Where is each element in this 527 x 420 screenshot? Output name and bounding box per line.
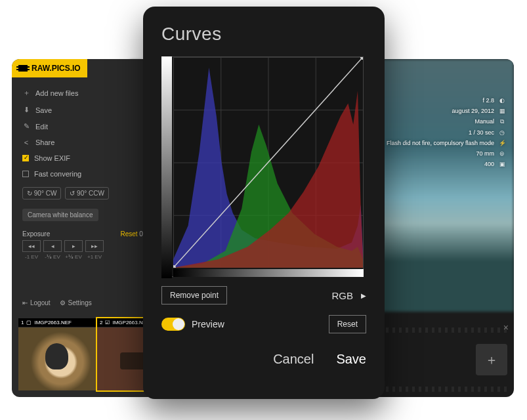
share-button[interactable]: <Share <box>22 135 154 150</box>
share-icon: < <box>22 138 30 146</box>
input-gradient <box>173 269 364 277</box>
rotate-ccw-button[interactable]: ↺ 90° CCW <box>65 187 109 200</box>
preview-label: Preview <box>192 319 224 329</box>
exp-step-back[interactable]: ◂ <box>43 240 62 252</box>
histogram-chart <box>173 57 363 268</box>
gear-icon: ⚙ <box>60 299 66 306</box>
edit-button[interactable]: ✎Edit <box>22 118 154 135</box>
exposure-reset[interactable]: Reset <box>120 230 137 238</box>
close-icon[interactable]: × <box>503 322 509 333</box>
save-button[interactable]: ⬇Save▾ <box>22 102 154 118</box>
preview-window: f 2.8◐ august 29, 2012▦ Manual⧉ 1 / 30 s… <box>366 59 514 397</box>
aperture-icon: ◐ <box>498 95 506 106</box>
exif-overlay: f 2.8◐ august 29, 2012▦ Manual⧉ 1 / 30 s… <box>387 95 506 169</box>
download-icon: ⬇ <box>22 106 30 114</box>
mode-icon: ⧉ <box>498 116 506 127</box>
plus-icon: ＋ <box>22 88 30 98</box>
triangle-right-icon: ▶ <box>361 292 366 299</box>
logout-button[interactable]: ⇤Logout <box>22 299 51 306</box>
checkbox-icon <box>22 171 29 177</box>
flash-icon: ⚡ <box>498 138 506 148</box>
exp-step-fwd[interactable]: ▸ <box>64 240 83 252</box>
white-balance-select[interactable]: Camera white balance <box>22 209 98 221</box>
remove-point-button[interactable]: Remove point <box>161 286 227 304</box>
show-exif-toggle[interactable]: Show EXIF <box>22 150 154 166</box>
curves-editor[interactable] <box>161 56 364 277</box>
rotate-cw-button[interactable]: ↻ 90° CW <box>22 187 61 200</box>
film-strip: × ＋ <box>373 330 507 389</box>
add-photo-tile[interactable]: ＋ <box>476 344 507 375</box>
film-icon <box>18 65 28 72</box>
exposure-label: Exposure <box>22 230 50 238</box>
channel-select[interactable]: RGB ▶ <box>331 290 366 301</box>
save-button[interactable]: Save <box>336 352 366 367</box>
exp-step-fwd2[interactable]: ▸▸ <box>85 240 104 252</box>
iso-icon: ▣ <box>498 159 506 169</box>
logout-icon: ⇤ <box>22 299 28 306</box>
settings-button[interactable]: ⚙Settings <box>60 299 92 306</box>
shutter-icon: ◷ <box>498 127 506 138</box>
exp-step-back2[interactable]: ◂◂ <box>22 240 41 252</box>
app-logo: RAW.PICS.IO <box>12 59 87 77</box>
curves-dialog: Curves Remove point RGB ▶ Preview Reset <box>143 7 385 399</box>
checkbox-checked-icon <box>22 155 29 161</box>
focal-icon: ⊜ <box>498 148 506 159</box>
output-gradient <box>161 56 172 278</box>
sidebar-window: RAW.PICS.IO ＋Add new files ⬇Save▾ ✎Edit … <box>12 59 164 397</box>
preview-toggle[interactable] <box>161 318 185 331</box>
thumbnail[interactable]: 1▢IMGP2663.NEF <box>18 318 96 390</box>
dialog-title: Curves <box>161 24 366 45</box>
cancel-button[interactable]: Cancel <box>273 352 314 367</box>
add-files-button[interactable]: ＋Add new files <box>22 84 154 102</box>
calendar-icon: ▦ <box>498 106 506 116</box>
pencil-icon: ✎ <box>22 122 30 131</box>
fast-convert-toggle[interactable]: Fast convering <box>22 166 154 182</box>
reset-button[interactable]: Reset <box>329 315 366 333</box>
